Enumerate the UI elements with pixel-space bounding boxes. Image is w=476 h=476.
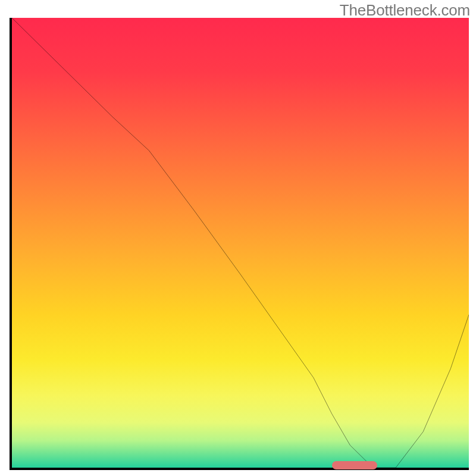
chart-container: TheBottleneck.com [0,0,476,476]
plot-area [10,18,469,470]
bottleneck-curve [12,18,469,468]
watermark-text: TheBottleneck.com [340,1,470,20]
bottleneck-marker [332,461,378,469]
curve-path [12,18,469,468]
